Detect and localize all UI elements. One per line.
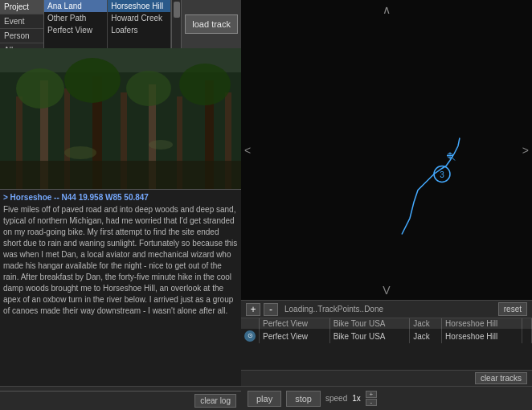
tabs-column: Project Event Person All (0, 0, 44, 48)
svg-point-17 (149, 140, 173, 150)
clear-tracks-bar: clear tracks (241, 370, 532, 386)
col-bike-tour: Bike Tour USA (329, 318, 410, 329)
svg-point-11 (16, 68, 64, 109)
map-svg: 3 (241, 0, 532, 300)
play-button[interactable]: play (248, 391, 281, 407)
text-section: > Horseshoe -- N44 19.958 W85 50.847 Fiv… (0, 189, 241, 386)
svg-line-23 (452, 158, 455, 161)
lists-area: Ana Land Other Path Perfect View Horsesh… (44, 0, 181, 48)
svg-point-16 (64, 146, 96, 159)
col-scroll (522, 318, 532, 329)
speed-value: 1x (352, 394, 361, 403)
list-item-ana-land[interactable]: Ana Land (44, 0, 107, 12)
zoom-bar: + - Loading..TrackPoints..Done reset (241, 300, 532, 318)
photo-placeholder (0, 48, 241, 189)
scroll-thumb (174, 2, 180, 18)
list-item-horseshoe-hill[interactable]: Horseshoe Hill (108, 0, 170, 12)
top-section: Project Event Person All Ana Land Other … (0, 0, 241, 48)
playback-bar: play stop speed 1x + - (241, 386, 532, 410)
left-list: Ana Land Other Path Perfect View (44, 0, 108, 48)
track-bike-tour: Bike Tour USA (329, 329, 410, 343)
tracks-data-table: Perfect View Bike Tour USA Jack Horsesho… (241, 318, 532, 343)
tracks-section: Perfect View Bike Tour USA Jack Horsesho… (241, 318, 532, 370)
track-horseshoe: Horseshoe Hill (442, 329, 522, 343)
svg-point-13 (126, 71, 171, 106)
main-container: Project Event Person All Ana Land Other … (0, 0, 532, 410)
tracks-table: Perfect View Bike Tour USA Jack Horsesho… (241, 318, 532, 370)
reset-button[interactable]: reset (498, 302, 527, 316)
load-track-button[interactable]: load track (185, 14, 238, 34)
speed-label: speed (325, 394, 347, 403)
table-row[interactable]: ⊙ Perfect View Bike Tour USA Jack Horses… (241, 329, 532, 343)
svg-point-12 (64, 58, 121, 103)
track-icon: ⊙ (244, 330, 256, 342)
track-scroll (522, 329, 532, 343)
track-icon-cell: ⊙ (241, 329, 260, 343)
col-horseshoe: Horseshoe Hill (442, 318, 522, 329)
list-scrollbar[interactable] (171, 0, 181, 48)
clear-log-button[interactable]: clear log (194, 394, 236, 408)
svg-point-14 (179, 64, 231, 105)
col-perfect-view: Perfect View (260, 318, 330, 329)
tab-project[interactable]: Project (0, 0, 43, 14)
col-jack: Jack (410, 318, 442, 329)
speed-up-button[interactable]: + (366, 391, 377, 398)
zoom-in-button[interactable]: + (246, 303, 260, 316)
text-header: > Horseshoe -- N44 19.958 W85 50.847 (3, 193, 238, 202)
list-item-loafers[interactable]: Loafers (108, 24, 170, 36)
col-icon (241, 318, 260, 329)
load-section: load track (181, 0, 241, 48)
zoom-out-button[interactable]: - (264, 303, 278, 316)
text-body: Five miles off of paved road and into de… (3, 204, 238, 317)
clear-tracks-button[interactable]: clear tracks (475, 372, 527, 384)
tab-event[interactable]: Event (0, 14, 43, 29)
speed-controls: + - (366, 391, 377, 406)
photo-section (0, 48, 241, 189)
svg-text:3: 3 (440, 170, 444, 179)
photo-svg (0, 48, 241, 189)
left-panel: Project Event Person All Ana Land Other … (0, 0, 241, 410)
track-jack: Jack (410, 329, 442, 343)
svg-rect-15 (0, 161, 241, 189)
tab-person[interactable]: Person (0, 29, 43, 43)
stop-button[interactable]: stop (286, 391, 321, 407)
speed-down-button[interactable]: - (366, 399, 377, 406)
list-item-other-path[interactable]: Other Path (44, 12, 107, 24)
loading-label: Loading..TrackPoints..Done (281, 305, 495, 314)
right-list: Horseshoe Hill Howard Creek Loafers (108, 0, 171, 48)
right-panel: ∧ < > V 3 (241, 0, 532, 410)
list-item-howard-creek[interactable]: Howard Creek (108, 12, 170, 24)
list-item-perfect-view[interactable]: Perfect View (44, 24, 107, 36)
track-perfect-view: Perfect View (260, 329, 330, 343)
map-area[interactable]: ∧ < > V 3 (241, 0, 532, 300)
clear-log-bar: clear log (0, 391, 241, 410)
